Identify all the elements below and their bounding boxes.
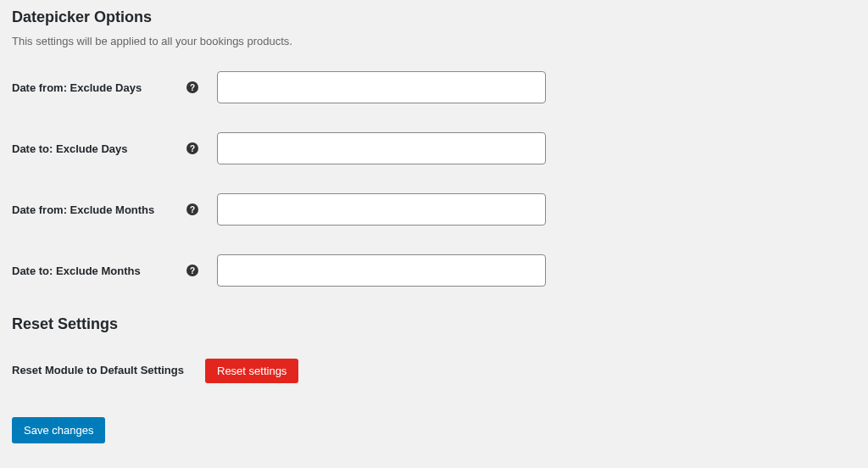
reset-label: Reset Module to Default Settings bbox=[12, 363, 205, 378]
reset-row: Reset Module to Default Settings Reset s… bbox=[12, 359, 856, 383]
help-icon[interactable]: ? bbox=[186, 142, 198, 154]
field-row-date-to-exclude-days: Date to: Exclude Days ? bbox=[12, 132, 856, 164]
help-icon[interactable]: ? bbox=[186, 265, 198, 276]
help-icon[interactable]: ? bbox=[186, 203, 198, 215]
field-row-date-from-exclude-days: Date from: Exclude Days ? bbox=[12, 71, 856, 103]
field-label: Date from: Exclude Days bbox=[12, 81, 186, 94]
date-from-exclude-days-input[interactable] bbox=[217, 71, 546, 103]
help-icon[interactable]: ? bbox=[186, 81, 198, 93]
date-to-exclude-days-input[interactable] bbox=[217, 132, 546, 164]
field-label: Date to: Exclude Months bbox=[12, 265, 186, 277]
section-title-datepicker: Datepicker Options bbox=[12, 8, 856, 26]
field-row-date-to-exclude-months: Date to: Exclude Months ? bbox=[12, 254, 856, 287]
reset-settings-button[interactable]: Reset settings bbox=[205, 359, 298, 383]
field-label: Date to: Exclude Days bbox=[12, 142, 186, 155]
date-from-exclude-months-input[interactable] bbox=[217, 193, 546, 226]
field-row-date-from-exclude-months: Date from: Exclude Months ? bbox=[12, 193, 856, 226]
section-description: This settings will be applied to all you… bbox=[12, 35, 856, 47]
field-label: Date from: Exclude Months bbox=[12, 203, 186, 216]
save-changes-button[interactable]: Save changes bbox=[12, 417, 105, 443]
section-title-reset: Reset Settings bbox=[12, 315, 856, 333]
date-to-exclude-months-input[interactable] bbox=[217, 254, 546, 287]
